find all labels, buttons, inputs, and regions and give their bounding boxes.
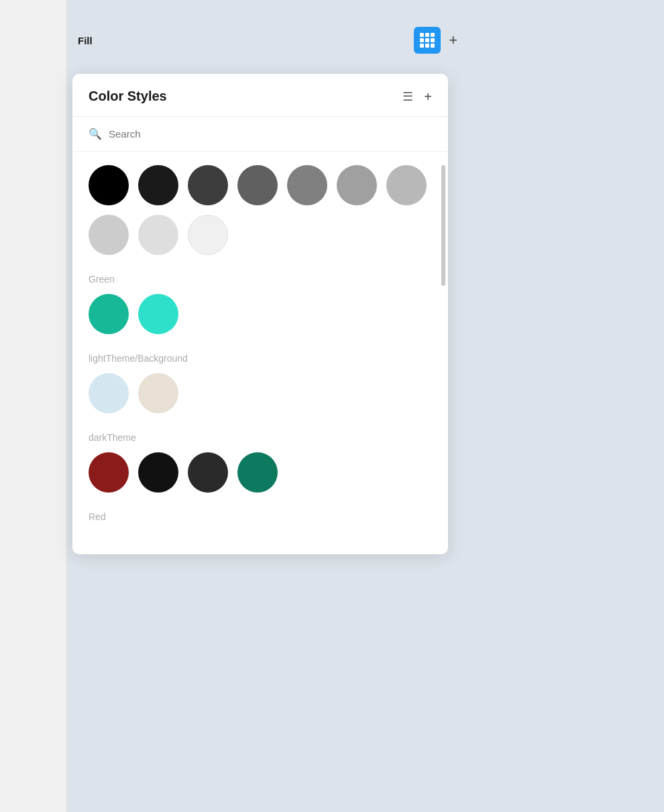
panel-header: Color Styles ☰ + [72,74,448,117]
section-label-green: Green [89,274,432,285]
search-icon: 🔍 [89,128,102,140]
color-list-area: Green lightTheme/Background darkTheme [72,152,448,554]
section-label-light-theme: lightTheme/Background [89,353,432,364]
grid-dots-icon [420,33,435,48]
section-label-red: Red [89,511,432,522]
dark-theme-swatches [89,452,432,493]
list-view-icon[interactable]: ☰ [402,89,413,104]
panel-title: Color Styles [89,89,167,104]
color-swatch[interactable] [386,165,427,205]
color-swatch[interactable] [138,294,178,334]
grayscale-swatches [89,165,432,255]
fill-row: Fill + [72,27,463,54]
color-swatch[interactable] [89,373,129,413]
search-input[interactable] [109,128,432,140]
color-swatch[interactable] [237,165,278,205]
color-swatch[interactable] [138,165,178,205]
panel-header-actions: ☰ + [402,89,432,104]
section-label-dark-theme: darkTheme [89,432,432,443]
color-swatch[interactable] [89,294,129,334]
grid-view-button[interactable] [414,27,441,54]
fill-add-button[interactable]: + [449,33,457,48]
green-swatches [89,294,432,334]
fill-actions: + [414,27,457,54]
color-swatch[interactable] [89,215,129,255]
color-section-light-theme: lightTheme/Background [89,353,432,413]
color-swatch[interactable] [188,215,228,255]
color-swatch[interactable] [89,165,129,205]
color-swatch[interactable] [89,452,129,493]
color-swatch[interactable] [287,165,327,205]
color-section-green: Green [89,274,432,334]
color-swatch[interactable] [138,452,178,493]
color-section-grayscale [89,165,432,255]
color-swatch[interactable] [188,452,228,493]
color-section-dark-theme: darkTheme [89,432,432,493]
left-panel-bg [0,0,67,812]
color-swatch[interactable] [138,373,178,413]
color-styles-panel: Color Styles ☰ + 🔍 [72,74,448,554]
color-swatch[interactable] [237,452,278,493]
color-swatch[interactable] [188,165,228,205]
panel-add-button[interactable]: + [424,90,432,103]
color-swatch[interactable] [138,215,178,255]
color-swatch[interactable] [337,165,377,205]
scrollbar[interactable] [441,165,445,286]
search-row: 🔍 [72,117,448,152]
light-theme-swatches [89,373,432,413]
color-section-red: Red [89,511,432,522]
fill-label: Fill [78,35,93,46]
